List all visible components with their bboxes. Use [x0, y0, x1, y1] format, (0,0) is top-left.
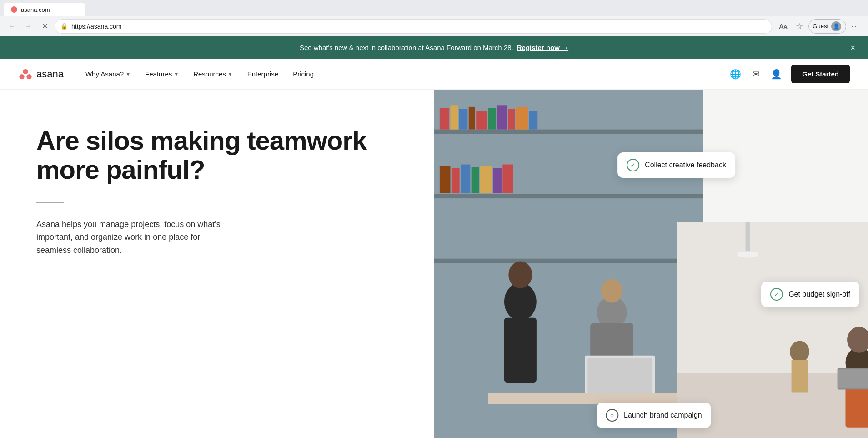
svg-rect-26 — [504, 318, 536, 383]
svg-rect-10 — [468, 107, 475, 130]
features-chevron: ▼ — [174, 71, 179, 77]
guest-profile-button[interactable]: Guest 👤 — [808, 19, 846, 34]
svg-rect-38 — [792, 360, 808, 393]
budget-signoff-card: ✓ Get budget sign-off — [761, 282, 859, 307]
svg-rect-6 — [434, 259, 703, 263]
nav-enterprise[interactable]: Enterprise — [240, 66, 286, 81]
banner-text: See what's new & next in collaboration a… — [300, 44, 513, 51]
svg-rect-8 — [450, 105, 458, 129]
back-button[interactable]: ← — [5, 20, 18, 33]
left-image-panel — [434, 90, 703, 438]
collect-feedback-card: ✓ Collect creative feedback — [617, 152, 735, 178]
svg-rect-19 — [460, 165, 470, 193]
svg-rect-31 — [587, 358, 652, 396]
launch-campaign-label: Launch brand campaign — [624, 411, 702, 419]
forward-button[interactable]: → — [22, 20, 35, 33]
svg-rect-43 — [838, 369, 868, 389]
svg-rect-16 — [529, 111, 537, 129]
budget-check-icon: ✓ — [770, 288, 783, 301]
svg-rect-14 — [508, 109, 515, 130]
tab-favicon — [11, 6, 17, 13]
svg-rect-7 — [439, 108, 449, 129]
svg-point-25 — [508, 262, 532, 288]
browser-toolbar: ← → ✕ 🔒 https://asana.com Aᴀ ☆ Guest 👤 ⋯ — [0, 16, 868, 36]
site-nav: asana Why Asana? ▼ Features ▼ Resources … — [0, 59, 868, 90]
website-content: See what's new & next in collaboration a… — [0, 36, 868, 438]
address-bar[interactable]: 🔒 https://asana.com — [55, 19, 772, 34]
svg-rect-5 — [434, 194, 703, 198]
svg-rect-20 — [471, 167, 479, 193]
close-button[interactable]: ✕ — [38, 20, 51, 33]
tab-bar: asana.com — [0, 0, 868, 16]
hero-left: Are silos making teamwork more painful? … — [0, 90, 434, 438]
svg-rect-35 — [746, 222, 750, 254]
nav-features[interactable]: Features ▼ — [138, 66, 186, 81]
svg-rect-3 — [434, 90, 703, 438]
svg-point-1 — [19, 74, 24, 79]
svg-rect-22 — [493, 168, 502, 193]
collect-feedback-label: Collect creative feedback — [645, 161, 726, 169]
guest-avatar: 👤 — [831, 21, 841, 31]
active-tab[interactable]: asana.com — [4, 3, 85, 16]
launch-campaign-card: ○ Launch brand campaign — [597, 403, 711, 428]
tab-label: asana.com — [21, 6, 50, 13]
logo-text: asana — [36, 68, 64, 80]
logo[interactable]: asana — [18, 67, 64, 81]
budget-signoff-label: Get budget sign-off — [788, 290, 850, 298]
nav-resources[interactable]: Resources ▼ — [186, 66, 240, 81]
asana-logo-icon — [18, 67, 33, 81]
nav-pricing[interactable]: Pricing — [286, 66, 321, 81]
svg-rect-11 — [476, 111, 487, 129]
svg-point-28 — [601, 279, 622, 303]
svg-rect-17 — [439, 166, 450, 193]
svg-rect-9 — [459, 109, 467, 130]
address-text: https://asana.com — [71, 23, 766, 30]
svg-rect-12 — [488, 108, 496, 129]
banner-cta[interactable]: Register now → — [517, 44, 568, 51]
announcement-banner: See what's new & next in collaboration a… — [0, 36, 868, 59]
nav-why-asana[interactable]: Why Asana? ▼ — [78, 66, 138, 81]
svg-rect-21 — [480, 166, 492, 193]
hero-right: ✓ Collect creative feedback ✓ Get budget… — [434, 90, 868, 438]
resources-chevron: ▼ — [228, 71, 233, 77]
mail-button[interactable]: ✉ — [750, 67, 762, 81]
nav-links: Why Asana? ▼ Features ▼ Resources ▼ Ente… — [78, 66, 728, 81]
banner-close-button[interactable]: × — [848, 41, 857, 54]
account-button[interactable]: 👤 — [769, 67, 784, 81]
office-scene-svg — [434, 90, 703, 438]
svg-point-36 — [737, 252, 759, 258]
lock-icon: 🔒 — [60, 23, 68, 30]
svg-rect-23 — [502, 165, 513, 193]
browser-actions: Aᴀ ☆ Guest 👤 ⋯ — [776, 19, 863, 34]
why-asana-chevron: ▼ — [125, 71, 130, 77]
svg-point-0 — [23, 69, 28, 74]
nav-actions: 🌐 ✉ 👤 Get Started — [728, 65, 850, 83]
guest-label: Guest — [813, 23, 828, 30]
svg-rect-13 — [497, 105, 507, 129]
translate-button[interactable]: Aᴀ — [776, 19, 790, 34]
svg-rect-4 — [434, 130, 703, 134]
hero-divider — [36, 202, 64, 203]
svg-rect-18 — [451, 168, 459, 193]
svg-rect-15 — [516, 107, 527, 130]
globe-button[interactable]: 🌐 — [728, 67, 743, 81]
svg-point-2 — [26, 74, 31, 79]
hero-headline: Are silos making teamwork more painful? — [36, 126, 407, 184]
svg-point-37 — [790, 341, 809, 363]
collect-check-icon: ✓ — [627, 159, 639, 171]
hero-subtext: Asana helps you manage projects, focus o… — [36, 218, 227, 257]
more-button[interactable]: ⋯ — [848, 19, 863, 34]
get-started-button[interactable]: Get Started — [791, 65, 850, 83]
browser-chrome: asana.com ← → ✕ 🔒 https://asana.com Aᴀ ☆… — [0, 0, 868, 36]
svg-point-24 — [504, 283, 536, 321]
launch-check-icon: ○ — [606, 409, 618, 422]
hero-section: Are silos making teamwork more painful? … — [0, 90, 868, 438]
bookmark-button[interactable]: ☆ — [792, 19, 807, 34]
